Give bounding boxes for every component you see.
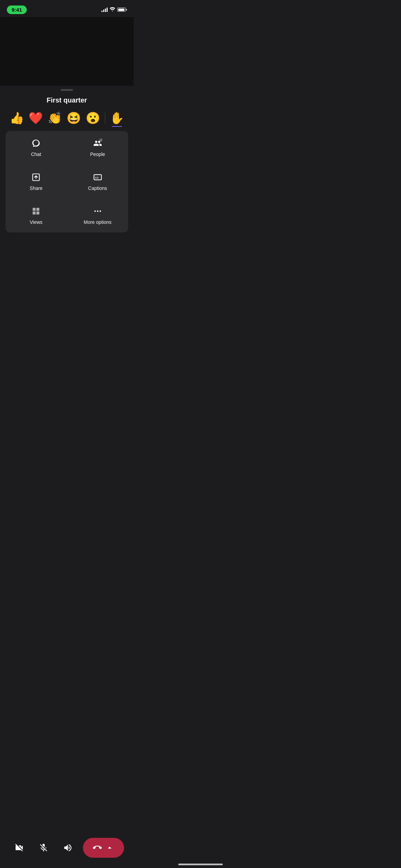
wifi-icon — [110, 7, 115, 12]
captions-button[interactable]: CC Captions — [67, 165, 129, 198]
captions-icon: CC — [93, 172, 102, 182]
signal-icon — [101, 8, 108, 12]
emoji-divider — [105, 112, 105, 124]
people-icon — [93, 138, 102, 148]
views-label: Views — [30, 219, 42, 225]
people-button[interactable]: People — [67, 131, 129, 165]
status-icons — [101, 7, 127, 12]
views-icon — [31, 206, 41, 216]
more-options-label: More options — [84, 219, 111, 225]
captions-label: Captions — [88, 185, 107, 191]
people-badge-dot — [99, 138, 102, 142]
bottom-sheet: First quarter 👍 ❤️ 👏 😆 😮 ✋ Chat — [0, 86, 134, 239]
svg-rect-6 — [36, 212, 39, 215]
share-icon — [31, 172, 41, 182]
emoji-surprised[interactable]: 😮 — [84, 112, 101, 124]
svg-point-8 — [97, 210, 98, 212]
status-time: 9:41 — [7, 5, 27, 14]
more-options-icon — [93, 206, 102, 216]
share-button[interactable]: Share — [5, 165, 67, 198]
emoji-bar: 👍 ❤️ 👏 😆 😮 ✋ — [0, 111, 134, 131]
svg-rect-5 — [33, 212, 36, 215]
sheet-title: First quarter — [0, 93, 134, 111]
raise-hand-button[interactable]: ✋ — [109, 111, 126, 125]
chat-icon — [31, 138, 41, 148]
emoji-clapping[interactable]: 👏 — [46, 112, 63, 124]
video-area — [0, 17, 134, 86]
chat-label: Chat — [31, 152, 41, 157]
svg-rect-3 — [33, 208, 36, 211]
action-grid: Chat People Share — [5, 131, 128, 232]
status-bar: 9:41 — [0, 0, 134, 17]
drag-handle[interactable] — [0, 86, 134, 93]
battery-icon — [117, 8, 127, 12]
emoji-heart[interactable]: ❤️ — [27, 112, 45, 124]
emoji-laughing[interactable]: 😆 — [65, 112, 83, 124]
svg-text:CC: CC — [95, 176, 99, 179]
emoji-thumbs-up[interactable]: 👍 — [8, 112, 25, 124]
svg-point-7 — [94, 210, 96, 212]
svg-point-9 — [99, 210, 101, 212]
svg-rect-4 — [36, 208, 39, 211]
views-button[interactable]: Views — [5, 199, 67, 232]
people-label: People — [90, 152, 105, 157]
chat-button[interactable]: Chat — [5, 131, 67, 165]
more-options-button[interactable]: More options — [67, 199, 129, 232]
share-label: Share — [30, 185, 42, 191]
